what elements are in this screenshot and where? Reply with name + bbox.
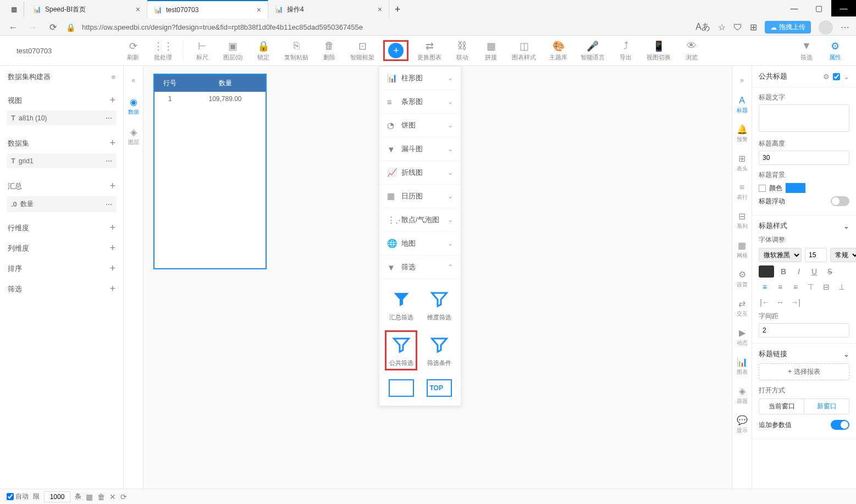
select-report-button[interactable]: + 选择报表: [759, 363, 849, 380]
toolbar-changechart[interactable]: ⇄更换图表: [413, 38, 446, 64]
toolbar-add[interactable]: +: [383, 40, 408, 61]
valign-bot-button[interactable]: ⊥: [836, 281, 848, 293]
toolbar-batch[interactable]: ⋮⋮批处理: [150, 38, 176, 64]
font-size-input[interactable]: [805, 248, 827, 262]
color-button[interactable]: [759, 265, 774, 278]
auto-checkbox[interactable]: [7, 493, 14, 500]
open-mode-toggle[interactable]: 当前窗口 新窗口: [759, 398, 849, 414]
toolbar-chartstyle[interactable]: ◫图表样式: [507, 38, 540, 64]
menu-item-filter[interactable]: ▼筛选⌃: [379, 256, 461, 279]
indent-right-button[interactable]: →|: [789, 296, 802, 308]
close-icon[interactable]: ✕: [109, 492, 116, 501]
toolbar-linkage[interactable]: ⛓联动: [450, 38, 474, 64]
italic-button[interactable]: I: [793, 265, 805, 278]
grid-icon[interactable]: ▦: [86, 492, 93, 501]
forward-button[interactable]: →: [26, 21, 40, 34]
valign-top-button[interactable]: ⊤: [805, 281, 817, 293]
add-button[interactable]: +: [109, 242, 115, 254]
dataset-item[interactable]: Tgrid1 ⋯: [7, 153, 117, 168]
toolbar-lock[interactable]: 🔒锁定: [251, 38, 275, 64]
back-button[interactable]: ←: [7, 21, 20, 34]
more-icon[interactable]: ⋯: [106, 114, 112, 122]
rail-container[interactable]: ◈容器: [734, 384, 750, 407]
limit-input[interactable]: [44, 491, 70, 502]
table-widget[interactable]: 行号 数量 1 109,789.00: [153, 74, 267, 269]
filter-box1[interactable]: [385, 376, 417, 400]
add-button[interactable]: +: [109, 95, 115, 106]
menu-item-calendar[interactable]: ▦日历图⌄: [379, 185, 461, 208]
rail-image[interactable]: 📊图表: [734, 355, 750, 378]
color-swatch[interactable]: [786, 183, 805, 193]
more-icon[interactable]: ⋯: [106, 201, 112, 208]
toolbar-preview[interactable]: 👁浏览: [680, 38, 704, 64]
collapse-button[interactable]: «: [126, 73, 141, 88]
browser-tab-2[interactable]: 📊 操作4 ×: [268, 0, 389, 19]
refresh-button[interactable]: ⟳: [46, 21, 59, 34]
address-url[interactable]: https://ow.speedbi.cn/design?fdesign=tru…: [82, 23, 689, 31]
toolbar-splice[interactable]: ▦拼接: [479, 38, 503, 64]
menu-item-hbar[interactable]: ≡条形图⌄: [379, 90, 461, 114]
filter-public[interactable]: 公共筛选: [385, 330, 417, 370]
toolbar-ai[interactable]: 🎤智能语言: [576, 38, 609, 64]
toolbar-export[interactable]: ⤴导出: [614, 38, 638, 64]
settings-icon[interactable]: ≡: [111, 73, 115, 81]
gear-icon[interactable]: ⚙: [823, 73, 830, 81]
menu-item-pie[interactable]: ◔饼图⌄: [379, 114, 461, 137]
close-icon[interactable]: ×: [378, 5, 382, 14]
chevron-icon[interactable]: ⌄: [843, 350, 849, 358]
menu-item-funnel[interactable]: ▼漏斗图⌄: [379, 137, 461, 161]
align-right-button[interactable]: ≡: [789, 281, 802, 293]
toolbar-layer[interactable]: ▣图层(0): [219, 38, 247, 64]
add-button[interactable]: +: [109, 222, 115, 234]
toolbar-refresh[interactable]: ⟳刷新: [121, 38, 145, 64]
indent-left-button[interactable]: |←: [759, 296, 771, 308]
enable-checkbox[interactable]: [833, 73, 840, 80]
view-item[interactable]: Ta81h (10) ⋯: [7, 110, 117, 125]
maximize-button[interactable]: ▢: [807, 0, 831, 16]
reader-icon[interactable]: Aあ: [695, 21, 710, 33]
align-center-button[interactable]: ≡: [774, 281, 786, 293]
add-button[interactable]: +: [109, 180, 115, 192]
rail-header[interactable]: ⊞表头: [734, 151, 750, 175]
indent-center-button[interactable]: ↔: [774, 296, 786, 308]
tab-group-icon[interactable]: ▦: [4, 2, 24, 17]
toolbar-smartframe[interactable]: ⊡智能框架: [346, 38, 379, 64]
rail-data[interactable]: ◉数据: [126, 95, 141, 118]
menu-item-bar[interactable]: 📊柱形图⌄: [379, 67, 461, 90]
open-current[interactable]: 当前窗口: [759, 399, 804, 414]
filter-summary[interactable]: 汇总筛选: [385, 285, 417, 325]
title-text-input[interactable]: [759, 104, 849, 132]
add-button[interactable]: +: [109, 263, 115, 274]
valign-mid-button[interactable]: ⊟: [820, 281, 832, 293]
rail-alert[interactable]: 🔔预警: [734, 122, 750, 146]
chevron-icon[interactable]: ⌄: [843, 222, 849, 230]
new-tab-button[interactable]: +: [389, 1, 406, 18]
font-family-select[interactable]: 微软雅黑: [759, 248, 802, 262]
rail-dynamic[interactable]: ▶动态: [734, 325, 750, 349]
rail-interact[interactable]: ⇄交互: [734, 296, 750, 320]
extension-icon[interactable]: ⊞: [750, 22, 757, 32]
filter-top[interactable]: TOP: [423, 376, 455, 400]
title-height-input[interactable]: [759, 151, 849, 165]
more-icon[interactable]: ⋯: [841, 22, 849, 32]
summary-item[interactable]: .0数量 ⋯: [7, 196, 117, 212]
close-window-button[interactable]: —: [831, 0, 856, 16]
toolbar-theme[interactable]: 🎨主题库: [545, 38, 572, 64]
filter-dimension[interactable]: 维度筛选: [423, 285, 455, 325]
open-new[interactable]: 新窗口: [804, 399, 849, 414]
add-button[interactable]: +: [109, 137, 115, 149]
toolbar-ruler[interactable]: ⊢标尺: [190, 38, 214, 64]
toolbar-delete[interactable]: 🗑删除: [317, 38, 341, 64]
filter-condition[interactable]: 筛选条件: [423, 330, 455, 370]
float-toggle[interactable]: [831, 196, 849, 206]
toolbar-copypaste[interactable]: ⎘复制粘贴: [280, 38, 313, 64]
color-checkbox[interactable]: [759, 185, 766, 192]
underline-button[interactable]: U: [808, 265, 820, 278]
minimize-button[interactable]: —: [782, 0, 807, 16]
rail-layer[interactable]: ◈图层: [126, 125, 141, 148]
close-icon[interactable]: ×: [257, 5, 261, 14]
close-icon[interactable]: ×: [136, 5, 140, 14]
rail-row[interactable]: ≡表行: [734, 180, 750, 203]
rail-tooltip[interactable]: 💬提示: [734, 413, 750, 436]
upload-button[interactable]: ☁ 拖拽上传: [765, 21, 811, 34]
